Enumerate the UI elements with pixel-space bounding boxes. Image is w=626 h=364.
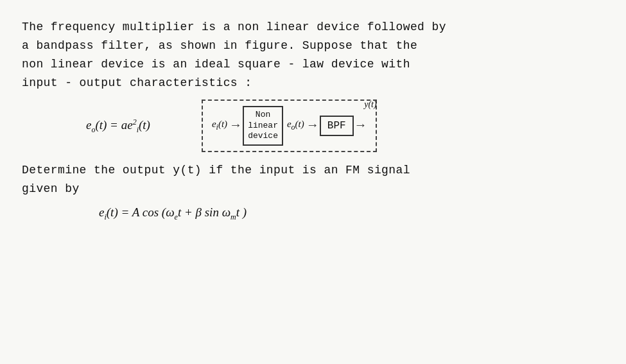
formula-2: ei(t) = A cos (ωet + β sin ωmt )	[99, 205, 604, 222]
line-4: input - output characteristics :	[22, 74, 604, 92]
paragraph2-line1: Determine the output y(t) if the input i…	[22, 161, 604, 180]
input-signal-label: ei(t)	[212, 119, 227, 132]
paragraph-2: Determine the output y(t) if the input i…	[22, 161, 604, 198]
arrow-3: →	[357, 118, 365, 133]
main-content: The frequency multiplier is a non linear…	[22, 18, 604, 221]
paragraph2-line2: given by	[22, 180, 604, 198]
formula-1: eo(t) = ae2i(t)	[86, 117, 150, 134]
formula-section: eo(t) = ae2i(t) ei(t) → Non linear	[22, 100, 604, 153]
line-2: a bandpass filter, as shown in figure. S…	[22, 37, 604, 55]
nonlinear-output-label: eo(t)	[287, 119, 304, 132]
box1-line2: linear	[248, 121, 278, 130]
line-1: The frequency multiplier is a non linear…	[22, 18, 604, 37]
page: The frequency multiplier is a non linear…	[0, 0, 626, 364]
formula2-display: ei(t) = A cos (ωet + β sin ωmt )	[99, 205, 247, 219]
box1-line3: device	[248, 131, 278, 141]
bpf-label: BPF	[327, 120, 346, 132]
paragraph-1: The frequency multiplier is a non linear…	[22, 18, 604, 93]
output-corner-label: y(t)	[364, 100, 376, 110]
diagram-inner: ei(t) → Non linear device eo(t)	[212, 106, 367, 146]
box1-line1: Non	[256, 110, 270, 119]
nonlinear-device-box: Non linear device	[243, 106, 283, 146]
block-diagram: ei(t) → Non linear device eo(t)	[202, 100, 377, 153]
bpf-box: BPF	[320, 116, 354, 136]
formula-e0: eo(t) = ae2i(t)	[86, 118, 150, 132]
arrow-1: →	[232, 118, 239, 133]
line-3: non linear device is an ideal square - l…	[22, 55, 604, 74]
arrow-2: →	[309, 118, 317, 133]
